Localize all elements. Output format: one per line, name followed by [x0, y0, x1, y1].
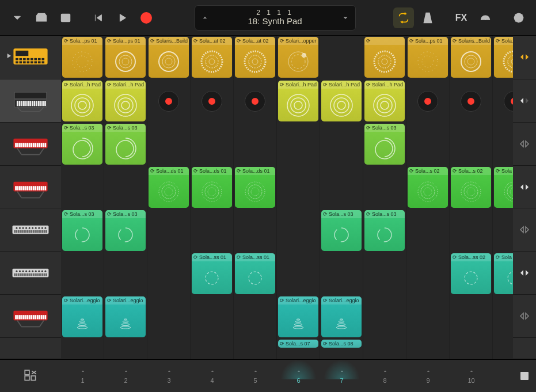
- loop-cell[interactable]: ⟳Sola...s 03: [364, 210, 405, 251]
- loop-cell[interactable]: ⟳Sola...s 03: [105, 124, 146, 165]
- loop-cell[interactable]: ⟳Sola: [494, 253, 513, 294]
- empty-record-cell[interactable]: [451, 81, 491, 121]
- clip-waveform-icon: [321, 218, 362, 251]
- svg-rect-120: [31, 273, 32, 276]
- column-trigger[interactable]: 7: [320, 360, 363, 392]
- loop-cell[interactable]: ⟳: [364, 37, 405, 78]
- row-trigger[interactable]: [513, 166, 536, 209]
- row-play-button[interactable]: [5, 52, 13, 62]
- empty-record-cell[interactable]: [408, 81, 448, 121]
- loop-cell[interactable]: ⟳Sola...ps 01: [105, 37, 146, 78]
- clip-waveform-icon: [105, 132, 146, 165]
- loop-cell[interactable]: ⟳Sola...s 02: [408, 167, 448, 208]
- loop-cell[interactable]: ⟳Solari...h Pad: [278, 81, 318, 121]
- loop-cell[interactable]: ⟳Sola...ds 01: [192, 167, 232, 208]
- play-button[interactable]: [112, 7, 132, 28]
- svg-rect-56: [17, 186, 19, 190]
- stop-all-button[interactable]: [513, 360, 536, 392]
- loop-cell[interactable]: ⟳Sola...ps 01: [62, 37, 102, 78]
- loop-cell[interactable]: ⟳Solari...h Pad: [364, 81, 405, 121]
- empty-record-cell[interactable]: [235, 81, 275, 121]
- loop-cell[interactable]: ⟳Solari...h Pad: [62, 81, 102, 121]
- settings-button[interactable]: [508, 7, 529, 28]
- track-header[interactable]: [0, 36, 61, 79]
- clip-waveform-icon: [364, 218, 405, 251]
- svg-rect-13: [16, 62, 18, 64]
- track-header[interactable]: [0, 123, 61, 166]
- view-icon[interactable]: [55, 7, 76, 28]
- empty-record-cell[interactable]: [149, 81, 189, 121]
- loop-cell[interactable]: ⟳Solari...eggio: [105, 296, 146, 337]
- column-trigger[interactable]: 3: [147, 360, 191, 392]
- loop-cell[interactable]: ⟳Solari...eggio: [62, 296, 102, 337]
- track-header[interactable]: [0, 79, 61, 123]
- next-patch-button[interactable]: [336, 13, 355, 22]
- loop-button[interactable]: [393, 7, 414, 28]
- track-header[interactable]: [0, 252, 61, 295]
- row-trigger[interactable]: [513, 208, 536, 252]
- fx-button[interactable]: FX: [451, 7, 472, 28]
- loop-cell[interactable]: ⟳Sola...ds 01: [149, 167, 189, 208]
- loop-cell[interactable]: ⟳Sola...at 02: [494, 37, 513, 78]
- loop-cell[interactable]: ⟳Sola...ss 01: [192, 253, 232, 294]
- record-button[interactable]: [136, 7, 157, 28]
- loop-cell[interactable]: ⟳Sola...at 02: [192, 37, 232, 78]
- chevron-up-icon: [122, 368, 130, 376]
- loop-cell[interactable]: ⟳Sola...s 03: [62, 210, 102, 251]
- track-header[interactable]: [0, 208, 61, 252]
- svg-point-104: [25, 271, 27, 272]
- svg-rect-5: [16, 58, 18, 60]
- column-trigger[interactable]: 2: [104, 360, 147, 392]
- loop-cell[interactable]: ⟳Sola...s 03: [105, 210, 146, 251]
- loop-cell[interactable]: ⟳Sola...s 07: [278, 340, 318, 348]
- loop-cell[interactable]: ⟳Sola...ss 02: [451, 253, 491, 294]
- row-trigger[interactable]: [513, 79, 536, 123]
- loop-cell[interactable]: ⟳Sola...s 03: [321, 210, 362, 251]
- loop-icon: ⟳: [323, 298, 328, 303]
- go-to-start-button[interactable]: [88, 7, 108, 28]
- column-trigger[interactable]: 5: [234, 360, 277, 392]
- column-trigger[interactable]: 6: [277, 360, 320, 392]
- loop-cell[interactable]: ⟳Sola...ss 01: [235, 253, 275, 294]
- empty-record-cell[interactable]: [494, 81, 513, 121]
- clip-waveform-icon: [451, 45, 491, 78]
- loop-cell[interactable]: ⟳Sola...s 03: [62, 124, 102, 165]
- column-trigger[interactable]: 8: [363, 360, 406, 392]
- row-trigger[interactable]: [513, 123, 536, 166]
- tuner-button[interactable]: [475, 7, 496, 28]
- row-trigger[interactable]: [513, 36, 536, 79]
- loop-cell[interactable]: ⟳Solari...opper: [278, 37, 318, 78]
- row-trigger[interactable]: [513, 295, 536, 338]
- inbox-icon[interactable]: [31, 7, 52, 28]
- grid-settings-button[interactable]: [0, 360, 61, 392]
- loop-cell[interactable]: ⟳Sola...s 02: [451, 167, 491, 208]
- loop-cell[interactable]: ⟳Sola...ps 01: [408, 37, 448, 78]
- clip-label: ⟳Sola...s 03: [105, 210, 146, 218]
- clip-waveform-icon: [494, 175, 513, 208]
- column-trigger[interactable]: 10: [450, 360, 493, 392]
- loop-cell[interactable]: ⟳Solari...eggio: [321, 296, 362, 337]
- svg-rect-28: [27, 101, 29, 106]
- column-trigger[interactable]: 1: [61, 360, 104, 392]
- loop-cell[interactable]: ⟳Solari...h Pad: [321, 81, 362, 121]
- loop-cell[interactable]: ⟳Sola...s 03: [364, 124, 405, 165]
- column-trigger[interactable]: 4: [191, 360, 234, 392]
- loop-cell[interactable]: ⟳Sola: [494, 167, 513, 208]
- track-header[interactable]: [0, 295, 61, 338]
- patch-name[interactable]: 18: Synth Pad: [215, 17, 336, 26]
- loop-cell[interactable]: ⟳Solaris...Build: [451, 37, 491, 78]
- loop-cell[interactable]: ⟳Sola...ds 01: [235, 167, 275, 208]
- loop-cell[interactable]: ⟳Solari...h Pad: [105, 81, 146, 121]
- loop-cell[interactable]: ⟳Solari...eggio: [278, 296, 318, 337]
- loop-cell[interactable]: ⟳Sola...s 08: [321, 340, 362, 348]
- loop-cell[interactable]: ⟳Sola...at 02: [235, 37, 275, 78]
- loop-cell[interactable]: ⟳Solaris...Build: [149, 37, 189, 78]
- row-trigger[interactable]: [513, 252, 536, 295]
- column-trigger[interactable]: 9: [406, 360, 450, 392]
- menu-dropdown-icon[interactable]: [7, 7, 28, 28]
- empty-record-cell[interactable]: [192, 81, 232, 121]
- track-header[interactable]: [0, 166, 61, 209]
- svg-rect-85: [20, 230, 21, 233]
- metronome-button[interactable]: [417, 7, 438, 28]
- prev-patch-button[interactable]: [195, 13, 215, 22]
